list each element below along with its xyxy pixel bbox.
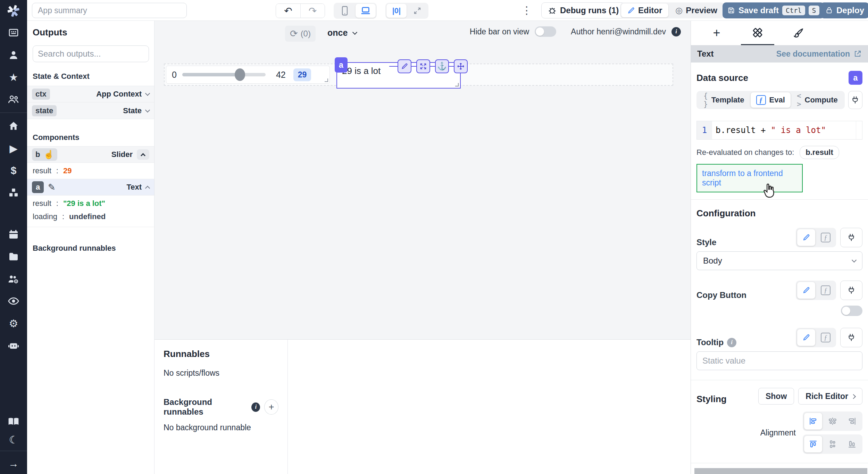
component-settings-tab[interactable] xyxy=(741,21,774,45)
static-mode-button[interactable] xyxy=(797,282,815,299)
background-runnables-heading: Background runnables xyxy=(33,244,149,253)
refresh-button[interactable]: ⟳ (0) xyxy=(285,26,316,42)
reeval-label: Re-evaluated on changes to: xyxy=(696,148,794,157)
add-background-runnable-button[interactable]: + xyxy=(264,399,278,415)
edit-component-button[interactable] xyxy=(398,59,411,73)
windmill-logo[interactable] xyxy=(0,0,27,22)
rail-divider-bottom xyxy=(0,451,27,451)
see-documentation-link[interactable]: See documentation xyxy=(776,49,862,59)
static-mode-button[interactable] xyxy=(797,329,815,346)
runnable-detail-empty xyxy=(288,340,691,474)
style-label: Style xyxy=(696,238,716,247)
center-canvas-button[interactable]: |0| xyxy=(386,4,407,18)
collapse-sidebar-button[interactable]: → xyxy=(0,453,27,474)
template-mode-tab[interactable]: { } Template xyxy=(698,92,750,108)
slider-handle[interactable] xyxy=(235,68,245,81)
app-canvas-grid[interactable]: 0 42 29 a 29 is a lot xyxy=(155,46,691,339)
copy-button-toggle[interactable] xyxy=(841,306,862,316)
ctx-output-row[interactable]: ctx App Context xyxy=(27,86,154,102)
sidebar-item-variables[interactable]: $ xyxy=(0,159,27,182)
eval-mode-button[interactable]: ƒ xyxy=(817,329,835,346)
ctx-label: App Context xyxy=(96,90,142,99)
colon: : xyxy=(56,166,58,175)
anchor-component-button[interactable]: ⚓ xyxy=(435,59,449,73)
schedule-mode-dropdown[interactable]: once xyxy=(327,28,357,38)
align-middle-vertical-icon xyxy=(828,440,837,449)
debug-runs-label: Debug runs (1) xyxy=(560,6,619,15)
tooltip-static-value-input[interactable] xyxy=(696,351,862,370)
save-draft-label: Save draft xyxy=(738,6,779,15)
show-styling-button[interactable]: Show xyxy=(758,388,794,405)
compute-mode-tab[interactable]: < > Compute xyxy=(791,92,843,108)
reeval-dependency-pill[interactable]: b.result xyxy=(800,146,839,159)
styling-tab[interactable] xyxy=(782,21,815,45)
plug-icon xyxy=(847,333,856,342)
horizontal-scrollbar[interactable] xyxy=(694,468,867,474)
boxes-icon xyxy=(8,187,19,198)
align-center-horizontal-button[interactable] xyxy=(824,413,842,430)
state-output-row[interactable]: state State xyxy=(27,102,154,119)
sidebar-item-resources[interactable] xyxy=(0,182,27,204)
sidebar-item-folders[interactable] xyxy=(0,246,27,268)
resize-handle-icon[interactable] xyxy=(325,78,328,82)
sidebar-item-schedules[interactable] xyxy=(0,223,27,246)
component-row-slider[interactable]: b ☝ Slider xyxy=(27,146,154,163)
move-component-button[interactable] xyxy=(454,59,468,73)
left-nav-rail: ★ ▶ $ ⚙ xyxy=(0,0,27,474)
align-left-button[interactable] xyxy=(804,413,822,430)
save-draft-button[interactable]: Save draft Ctrl S xyxy=(723,2,824,18)
fullscreen-button[interactable] xyxy=(407,4,427,18)
sidebar-item-user[interactable] xyxy=(0,44,27,66)
compute-tab-label: Compute xyxy=(805,95,838,105)
resize-handle-icon[interactable] xyxy=(455,83,459,86)
connect-plug-button[interactable] xyxy=(848,91,862,109)
collapse-slider-button[interactable] xyxy=(137,149,149,160)
insert-component-tab[interactable]: + xyxy=(700,21,733,45)
eval-mode-button[interactable]: ƒ xyxy=(817,282,835,299)
search-outputs-input[interactable] xyxy=(33,45,149,62)
refresh-icon: ⟳ xyxy=(290,28,298,39)
sidebar-item-settings[interactable]: ⚙ xyxy=(0,312,27,334)
slider-component[interactable]: 0 42 29 xyxy=(166,66,330,84)
editor-tab[interactable]: Editor xyxy=(621,3,668,17)
sidebar-item-groups[interactable] xyxy=(0,88,27,110)
sidebar-item-apps[interactable] xyxy=(0,22,27,44)
style-select[interactable]: Body xyxy=(696,251,862,270)
sidebar-item-workers[interactable] xyxy=(0,268,27,290)
undo-button[interactable]: ↶ xyxy=(276,4,300,18)
slider-track[interactable] xyxy=(182,73,266,76)
expand-component-button[interactable] xyxy=(416,59,430,73)
hide-bar-toggle[interactable] xyxy=(535,26,556,37)
align-bottom-button[interactable] xyxy=(843,436,861,452)
more-options-button[interactable]: ⋮ xyxy=(521,4,532,16)
static-mode-button[interactable] xyxy=(797,229,815,246)
connect-plug-button[interactable] xyxy=(840,281,862,300)
component-row-text[interactable]: a ✎ Text xyxy=(27,179,154,196)
sidebar-item-docs[interactable] xyxy=(0,413,27,431)
deploy-button[interactable]: Deploy xyxy=(820,2,868,18)
slider-fill xyxy=(182,73,239,76)
dark-mode-toggle[interactable]: ☾ xyxy=(0,431,27,449)
sidebar-item-home[interactable] xyxy=(0,115,27,137)
connect-plug-button[interactable] xyxy=(840,328,862,347)
rich-editor-button[interactable]: Rich Editor xyxy=(798,388,862,405)
align-top-button[interactable] xyxy=(804,436,822,452)
debug-runs-button[interactable]: Debug runs (1) xyxy=(541,2,625,18)
mobile-view-button[interactable] xyxy=(335,4,355,18)
preview-tab[interactable]: ◎ Preview xyxy=(669,3,724,17)
transform-to-frontend-script-button[interactable]: transform to a frontend script xyxy=(696,164,803,192)
app-summary-input[interactable] xyxy=(32,3,187,18)
redo-button[interactable]: ↷ xyxy=(300,4,325,18)
connect-plug-button[interactable] xyxy=(840,228,862,247)
style-select-value: Body xyxy=(703,256,722,266)
sidebar-item-audit[interactable] xyxy=(0,290,27,312)
eval-code-editor[interactable]: 1 b.result + " is a lot" xyxy=(696,121,862,140)
sidebar-item-favorites[interactable]: ★ xyxy=(0,66,27,88)
eval-mode-button[interactable]: ƒ xyxy=(817,229,835,246)
sidebar-item-runs[interactable]: ▶ xyxy=(0,137,27,159)
align-right-button[interactable] xyxy=(843,413,861,430)
eval-mode-tab[interactable]: ƒ Eval xyxy=(751,92,791,108)
align-middle-vertical-button[interactable] xyxy=(824,436,842,452)
desktop-view-button[interactable] xyxy=(356,4,376,18)
sidebar-item-ai[interactable] xyxy=(0,334,27,357)
